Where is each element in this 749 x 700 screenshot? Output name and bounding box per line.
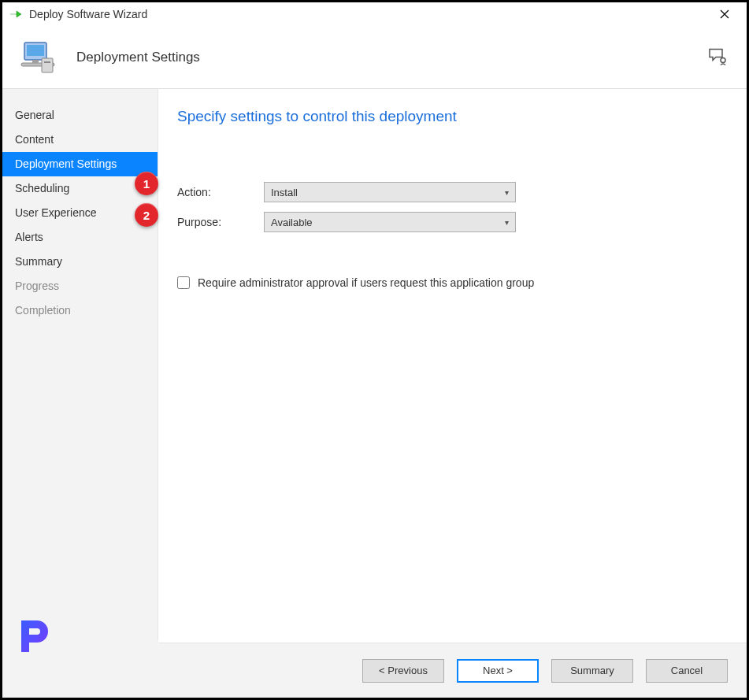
callout-badge-2: 2 xyxy=(135,203,158,227)
summary-button[interactable]: Summary xyxy=(551,659,633,683)
cancel-button[interactable]: Cancel xyxy=(646,659,728,683)
svg-point-6 xyxy=(721,57,725,62)
sidebar-item-progress: Progress xyxy=(2,274,158,298)
computer-icon xyxy=(18,38,57,77)
action-value: Install xyxy=(271,187,298,198)
previous-button[interactable]: < Previous xyxy=(362,659,444,683)
svg-rect-1 xyxy=(27,45,44,56)
content-heading: Specify settings to control this deploym… xyxy=(177,108,728,125)
sidebar-item-label: Scheduling xyxy=(15,182,69,194)
purpose-value: Available xyxy=(271,217,313,228)
callout-badge-1: 1 xyxy=(135,172,158,195)
action-label: Action: xyxy=(177,186,264,198)
sidebar-item-label: Content xyxy=(15,133,54,146)
wizard-header: Deployment Settings xyxy=(2,26,747,89)
brand-logo xyxy=(13,614,57,658)
feedback-icon[interactable] xyxy=(707,46,728,69)
purpose-row: Purpose: Available ▾ xyxy=(177,212,728,232)
content-panel: Specify settings to control this deploym… xyxy=(158,89,747,643)
svg-rect-5 xyxy=(44,61,50,63)
wizard-footer: < Previous Next > Summary Cancel xyxy=(2,643,747,698)
window-title: Deploy Software Wizard xyxy=(29,8,709,20)
sidebar-item-completion: Completion xyxy=(2,298,158,323)
action-row: Action: Install ▾ xyxy=(177,182,728,202)
sidebar-item-general[interactable]: General xyxy=(2,103,158,128)
sidebar-item-label: Deployment Settings xyxy=(15,157,117,170)
sidebar-item-alerts[interactable]: Alerts xyxy=(2,225,158,250)
require-approval-row: Require administrator approval if users … xyxy=(177,276,728,289)
wizard-sidebar: General Content Deployment Settings Sche… xyxy=(2,89,158,643)
sidebar-item-label: Completion xyxy=(15,304,71,317)
sidebar-item-summary[interactable]: Summary xyxy=(2,250,158,274)
next-button[interactable]: Next > xyxy=(457,659,539,683)
sidebar-item-label: General xyxy=(15,109,54,121)
close-button[interactable] xyxy=(709,2,740,26)
action-select[interactable]: Install ▾ xyxy=(264,182,516,202)
app-icon xyxy=(9,7,23,21)
sidebar-item-content[interactable]: Content xyxy=(2,128,158,152)
require-approval-label: Require administrator approval if users … xyxy=(198,276,534,289)
require-approval-checkbox[interactable] xyxy=(177,276,190,289)
sidebar-item-label: Progress xyxy=(15,280,59,292)
svg-rect-4 xyxy=(42,58,53,72)
svg-rect-3 xyxy=(32,60,39,63)
purpose-label: Purpose: xyxy=(177,216,264,228)
page-title: Deployment Settings xyxy=(76,50,200,65)
sidebar-item-deployment-settings[interactable]: Deployment Settings xyxy=(2,152,158,176)
titlebar: Deploy Software Wizard xyxy=(2,2,747,26)
chevron-down-icon: ▾ xyxy=(505,188,509,197)
purpose-select[interactable]: Available ▾ xyxy=(264,212,516,232)
sidebar-item-label: Summary xyxy=(15,255,62,268)
chevron-down-icon: ▾ xyxy=(505,218,509,227)
sidebar-item-label: User Experience xyxy=(15,206,97,219)
sidebar-item-label: Alerts xyxy=(15,231,43,243)
